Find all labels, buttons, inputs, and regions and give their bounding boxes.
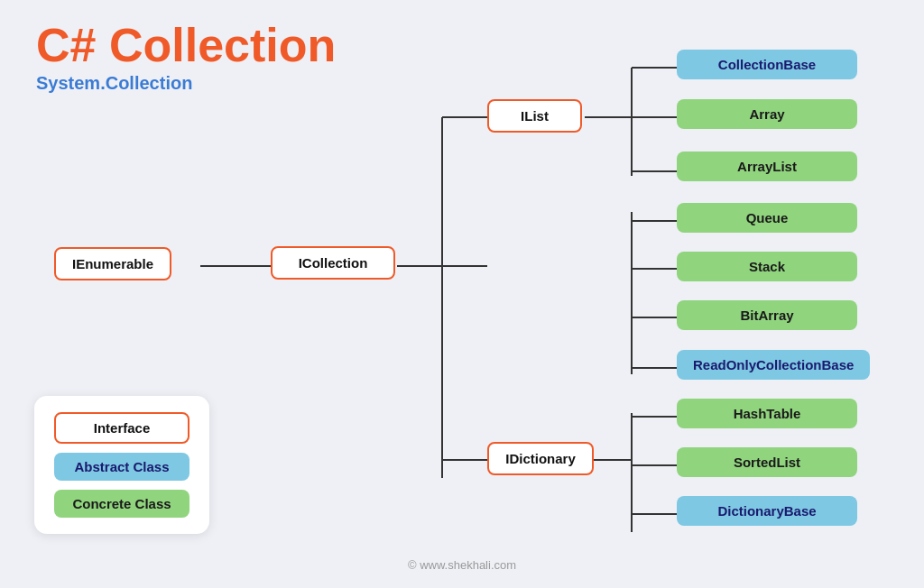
legend-box: Interface Abstract Class Concrete Class	[34, 396, 209, 534]
node-ilist: IList	[487, 99, 582, 133]
node-bitarray: BitArray	[677, 300, 857, 330]
legend-interface-item: Interface	[54, 412, 189, 444]
watermark: © www.shekhali.com	[408, 558, 516, 572]
node-idictionary: IDictionary	[487, 442, 594, 475]
legend-abstract-item: Abstract Class	[54, 453, 189, 481]
node-dictionarybase: DictionaryBase	[677, 496, 857, 526]
legend-concrete-item: Concrete Class	[54, 490, 189, 518]
node-ienumerable: IEnumerable	[54, 247, 171, 280]
node-queue: Queue	[677, 203, 857, 233]
header: C# Collection System.Collection	[36, 20, 336, 94]
node-hashtable: HashTable	[677, 399, 857, 428]
node-icollection: ICollection	[271, 246, 395, 280]
node-readonlycollectionbase: ReadOnlyCollectionBase	[677, 350, 870, 380]
page-subtitle: System.Collection	[36, 73, 336, 94]
node-stack: Stack	[677, 252, 857, 281]
node-collectionbase: CollectionBase	[677, 50, 857, 79]
legend-concrete-badge: Concrete Class	[54, 490, 189, 518]
node-arraylist: ArrayList	[677, 152, 857, 181]
legend-interface-badge: Interface	[54, 412, 189, 444]
main-container: C# Collection System.Collection	[0, 0, 924, 588]
node-sortedlist: SortedList	[677, 447, 857, 477]
legend-abstract-badge: Abstract Class	[54, 453, 189, 481]
node-array: Array	[677, 99, 857, 129]
page-title: C# Collection	[36, 20, 336, 71]
